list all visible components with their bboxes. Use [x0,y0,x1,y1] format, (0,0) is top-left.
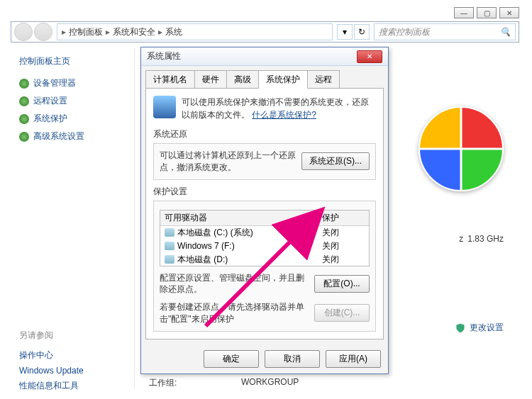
workgroup-label: 工作组: [149,377,241,389]
shield-icon [19,114,29,124]
minimize-button[interactable]: — [454,7,474,18]
forward-button[interactable] [34,23,52,41]
drive-icon [165,255,174,264]
change-settings-link[interactable]: 更改设置 [455,322,504,334]
configure-button[interactable]: 配置(O)... [314,275,370,293]
tab-remote[interactable]: 远程 [307,70,340,89]
tab-computer-name[interactable]: 计算机名 [145,70,195,89]
cancel-button[interactable]: 取消 [265,350,320,368]
history-dropdown[interactable]: ▾ [337,24,353,40]
search-input[interactable]: 搜索控制面板 🔍 [374,23,516,40]
sidebar-item-label: 设备管理器 [33,77,76,89]
sidebar-item-remote-settings[interactable]: 远程设置 [19,92,126,110]
sidebar-title[interactable]: 控制面板主页 [19,55,126,67]
drive-icon [165,242,174,250]
see-also-header: 另请参阅 [19,330,126,342]
system-restore-button[interactable]: 系统还原(S)... [301,152,370,170]
refresh-button[interactable]: ↻ [354,24,370,40]
drive-row[interactable]: 本地磁盘 (D:)关闭 [160,253,369,266]
create-button: 创建(C)... [314,304,370,322]
breadcrumb-part[interactable]: 系统 [165,26,182,38]
breadcrumb-part[interactable]: 控制面板 [69,26,103,38]
intro-text: 可以使用系统保护来撤消不需要的系统更改，还原以前版本的文件。 什么是系统保护? [182,96,376,121]
search-icon: 🔍 [500,27,511,37]
drive-header-protection: 保护 [322,212,365,224]
drive-list[interactable]: 可用驱动器 保护 本地磁盘 (C:) (系统)关闭 Windows 7 (F:)… [160,210,370,266]
shield-icon [19,79,29,89]
dialog-title-bar[interactable]: 系统属性 ✕ [141,47,388,66]
search-placeholder: 搜索控制面板 [379,26,430,38]
drive-icon [165,228,174,237]
system-restore-header: 系统还原 [153,128,376,140]
maximize-button[interactable]: ▢ [477,7,497,18]
sidebar-item-label: 系统保护 [33,113,67,125]
chevron-right-icon: ▸ [158,27,162,37]
sidebar-item-advanced-settings[interactable]: 高级系统设置 [19,128,126,145]
see-also-action-center[interactable]: 操作中心 [19,347,126,364]
drive-row[interactable]: 本地磁盘 (C:) (系统)关闭 [160,226,369,240]
back-button[interactable] [14,23,33,41]
tab-advanced[interactable]: 高级 [226,70,259,89]
workgroup-value: WORKGROUP [241,377,299,389]
sidebar-item-label: 远程设置 [33,95,67,107]
cpu-speed: z1.83 GHz [459,234,504,244]
sidebar-item-system-protection[interactable]: 系统保护 [19,110,126,128]
see-also-performance[interactable]: 性能信息和工具 [19,378,126,394]
create-description: 若要创建还原点，请先选择驱动器并单击"配置"来启用保护 [160,301,309,325]
windows-logo [419,106,504,191]
close-button[interactable]: ✕ [499,7,519,18]
ok-button[interactable]: 确定 [204,350,259,368]
breadcrumb[interactable]: ▸ 控制面板 ▸ 系统和安全 ▸ 系统 [57,23,333,40]
drive-header-name: 可用驱动器 [165,212,322,224]
sidebar-item-label: 高级系统设置 [33,130,84,142]
drive-row[interactable]: Windows 7 (F:)关闭 [160,240,369,253]
chevron-right-icon: ▸ [106,27,110,37]
shield-icon [455,323,465,333]
configure-description: 配置还原设置、管理磁盘空间，并且删除还原点。 [160,272,309,296]
address-bar: ▸ 控制面板 ▸ 系统和安全 ▸ 系统 ▾ ↻ 搜索控制面板 🔍 [11,21,519,43]
restore-description: 可以通过将计算机还原到上一个还原点，撤消系统更改。 [160,150,296,174]
protection-settings-header: 保护设置 [153,186,376,198]
apply-button[interactable]: 应用(A) [326,350,381,368]
breadcrumb-root-icon: ▸ [62,27,66,37]
shield-icon [19,96,29,106]
tab-hardware[interactable]: 硬件 [194,70,227,89]
restore-icon [153,96,176,118]
breadcrumb-part[interactable]: 系统和安全 [113,26,155,38]
see-also-windows-update[interactable]: Windows Update [19,364,126,378]
dialog-title: 系统属性 [147,50,357,62]
tab-strip: 计算机名 硬件 高级 系统保护 远程 [141,66,388,89]
dialog-close-button[interactable]: ✕ [357,50,382,63]
system-properties-dialog: 系统属性 ✕ 计算机名 硬件 高级 系统保护 远程 可以使用系统保护来撤消不需要… [140,47,389,374]
shield-icon [19,132,29,142]
sidebar-item-device-manager[interactable]: 设备管理器 [19,74,126,92]
tab-system-protection[interactable]: 系统保护 [258,70,308,89]
sidebar: 控制面板主页 设备管理器 远程设置 系统保护 高级系统设置 另请参阅 操作中心 … [11,48,135,389]
tab-panel-system-protection: 可以使用系统保护来撤消不需要的系统更改，还原以前版本的文件。 什么是系统保护? … [145,88,384,339]
what-is-system-protection-link[interactable]: 什么是系统保护? [252,110,316,120]
